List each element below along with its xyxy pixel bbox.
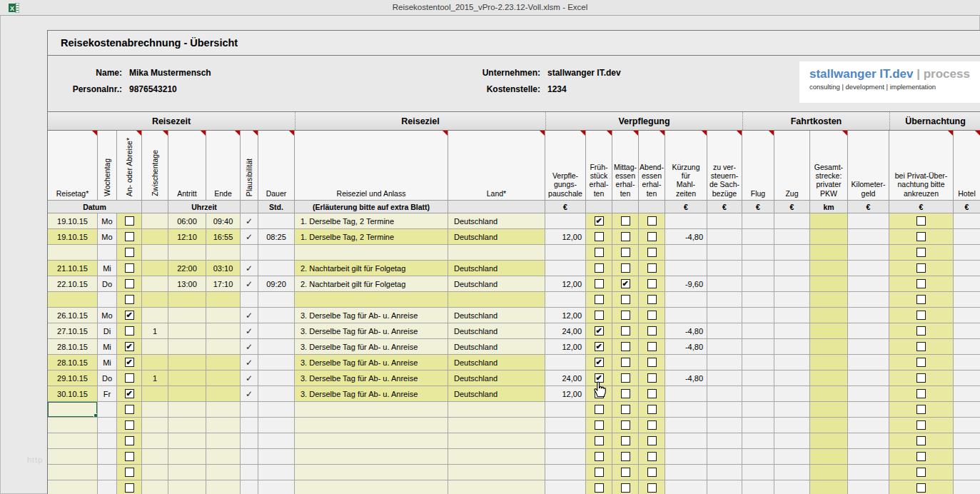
cell-reisetag[interactable]: 26.10.15 [48,308,98,323]
cell-reisetag[interactable]: 21.10.15 [48,261,98,276]
cell-wochentag[interactable] [98,245,117,261]
cell-kmgeld[interactable] [848,355,889,370]
cell-strecke[interactable] [810,308,848,323]
cell-wochentag[interactable]: Di [98,323,117,339]
cell-zuverst[interactable] [707,245,742,261]
checkbox-anabreise[interactable] [125,436,134,445]
cell-mittag[interactable] [612,229,639,245]
cell-reiseziel[interactable]: 1. Derselbe Tag, 2 Termine [295,213,448,229]
cell-beiprivat[interactable] [889,229,954,245]
cell-anabreise[interactable] [117,229,142,245]
cell-plausi[interactable] [241,402,258,418]
cell-anabreise[interactable] [117,449,142,465]
checkbox-abend[interactable] [647,216,657,226]
cell-plausi[interactable]: ✓ [241,308,258,323]
cell-flug[interactable] [742,449,774,465]
cell-fruehstueck[interactable] [586,480,612,494]
cell-kuerzung[interactable]: -4,80 [665,370,707,386]
cell-plausi[interactable]: ✓ [241,323,258,339]
cell-reiseziel[interactable] [295,480,448,494]
cell-plausi[interactable] [241,480,258,494]
cell-anabreise[interactable] [117,245,142,261]
cell-fruehstueck[interactable] [586,418,612,433]
cell-abend[interactable] [639,449,665,465]
cell-kuerzung[interactable] [665,213,707,229]
cell-abend[interactable] [639,308,665,323]
cell-reisetag[interactable] [48,449,98,465]
cell-zug[interactable] [774,433,810,449]
cell-fruehstueck[interactable]: ✔ [586,355,612,370]
cell-ende[interactable] [206,386,241,402]
cell-abend[interactable] [639,402,665,418]
cell-beiprivat[interactable] [889,465,954,480]
cell-fruehstueck[interactable]: ✔ [586,339,612,355]
cell-anabreise[interactable] [117,276,142,292]
checkbox-abend[interactable] [647,279,657,288]
cell-abend[interactable] [639,418,665,433]
cell-plausi[interactable] [241,433,258,449]
cell-zuverst[interactable] [707,402,742,418]
cell-zuverst[interactable] [707,480,742,494]
cell-ende[interactable] [206,292,241,308]
cell-zwischentage[interactable] [142,292,168,308]
checkbox-abend[interactable] [647,232,657,241]
cell-wochentag[interactable] [98,418,117,433]
cell-antritt[interactable] [168,323,206,339]
cell-reisetag[interactable]: 28.10.15 [48,355,98,370]
cell-abend[interactable] [639,465,665,480]
cell-fruehstueck[interactable] [586,402,612,418]
cell-flug[interactable] [742,370,774,386]
cell-vp[interactable] [545,292,586,308]
cell-reiseziel[interactable] [295,418,448,433]
cell-kuerzung[interactable] [665,292,707,308]
checkbox-mittag[interactable] [621,326,630,336]
cell-antritt[interactable]: 22:00 [168,261,206,276]
cell-abend[interactable] [639,480,665,494]
cell-fruehstueck[interactable] [586,261,612,276]
checkbox-mittag[interactable] [621,373,630,383]
cell-kmgeld[interactable] [848,480,889,494]
cell-anabreise[interactable]: ✔ [117,339,142,355]
checkbox-mittag[interactable] [621,295,630,304]
cell-hotel[interactable] [954,229,980,245]
cell-vp[interactable]: 12,00 [545,308,586,323]
checkbox-abend[interactable] [647,263,657,273]
cell-antritt[interactable] [168,402,206,418]
cell-reisetag[interactable]: 22.10.15 [48,276,98,292]
cell-kuerzung[interactable]: -4,80 [665,339,707,355]
cell-kuerzung[interactable] [665,386,707,402]
cell-ende[interactable] [206,308,241,323]
cell-flug[interactable] [742,339,774,355]
cell-hotel[interactable] [954,370,980,386]
cell-zwischentage[interactable] [142,433,168,449]
cell-reiseziel[interactable] [295,292,448,308]
cell-fruehstueck[interactable] [586,308,612,323]
cell-land[interactable]: Deutschland [448,370,545,386]
checkbox-abend[interactable] [647,342,657,351]
cell-land[interactable] [448,402,545,418]
cell-ende[interactable] [206,449,241,465]
checkbox-abend[interactable] [647,483,657,493]
cell-strecke[interactable] [810,323,848,339]
cell-zuverst[interactable] [707,323,742,339]
cell-mittag[interactable] [612,339,639,355]
cell-vp[interactable] [545,480,586,494]
cell-kmgeld[interactable] [848,449,889,465]
checkbox-fruehstueck[interactable]: ✔ [595,342,604,351]
checkbox-mittag[interactable] [621,420,630,430]
cell-strecke[interactable] [810,480,848,494]
cell-beiprivat[interactable] [889,292,954,308]
cell-antritt[interactable] [168,480,206,494]
cell-zuverst[interactable] [707,229,742,245]
cell-flug[interactable] [742,276,774,292]
cell-ende[interactable] [206,355,241,370]
cell-vp[interactable]: 12,00 [545,386,586,402]
cell-fruehstueck[interactable] [586,449,612,465]
cell-strecke[interactable] [810,386,848,402]
cell-flug[interactable] [742,292,774,308]
cell-mittag[interactable] [612,323,639,339]
checkbox-beiprivat[interactable] [916,342,926,351]
cell-kuerzung[interactable]: -4,80 [665,229,707,245]
cell-kuerzung[interactable] [665,261,707,276]
cell-hotel[interactable] [954,292,980,308]
